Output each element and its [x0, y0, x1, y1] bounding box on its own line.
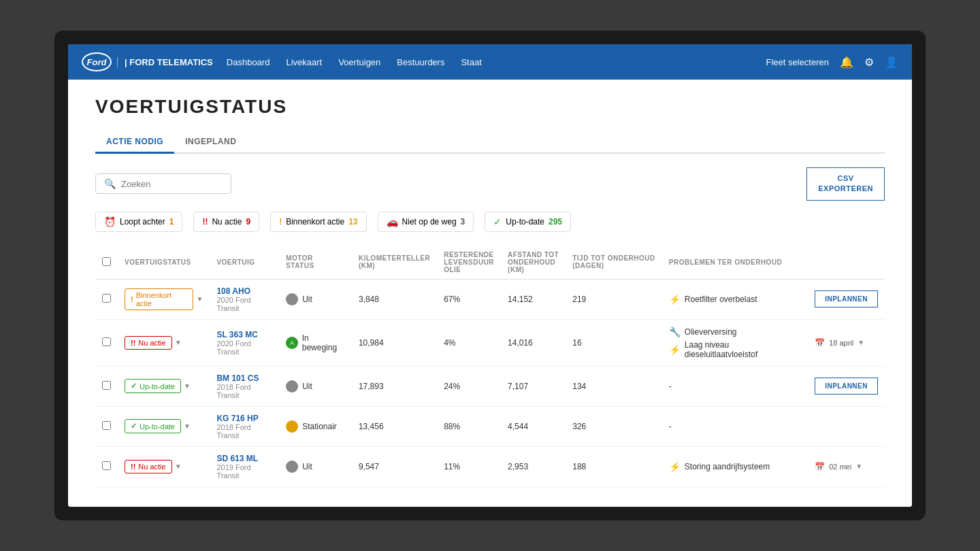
filter-badge-niet-op-weg[interactable]: 🚗 Niet op de weg 3 [378, 212, 474, 232]
problem-row: 🔧 Olieverversing [669, 327, 801, 337]
days-maintenance-value: 134 [566, 366, 662, 406]
vehicle-name[interactable]: 108 AHO [216, 286, 250, 296]
filter-badge-loopt-achter[interactable]: ⏰ Loopt achter 1 [95, 212, 182, 232]
nav-link-staat[interactable]: Staat [461, 57, 481, 67]
search-icon: 🔍 [104, 178, 116, 189]
row-checkbox-4[interactable] [102, 461, 111, 470]
dist-maintenance-value: 14,016 [501, 319, 566, 366]
status-dropdown-arrow[interactable]: ▼ [175, 339, 182, 346]
th-motorstatus: MOTORSTATUS [279, 246, 352, 280]
problem-row: ⚡ Laag niveau dieseluitlaatvloeistof [669, 340, 801, 359]
oil-life-value: 88% [437, 406, 501, 446]
motor-dot [286, 380, 298, 393]
vehicle-sub: 2018 Ford Transit [216, 383, 272, 399]
problem-text: Roetfilter overbelast [685, 295, 757, 304]
user-icon[interactable]: 👤 [885, 56, 898, 69]
motor-status-label: Stationair [302, 422, 337, 431]
th-tijd: TIJD TOT ONDERHOUD(DAGEN) [566, 246, 662, 280]
motor-status-label: In beweging [302, 333, 345, 352]
problems-cell: - [662, 406, 808, 446]
filter-label-binnenkort: Binnenkort actie [286, 217, 344, 227]
inplannen-button[interactable]: INPLANNEN [815, 378, 878, 395]
calendar-icon: 📅 [815, 338, 825, 348]
status-icon: ✓ [131, 382, 137, 390]
page-title: VOERTUIGSTATUS [95, 96, 885, 118]
oil-life-value: 24% [437, 366, 501, 406]
dist-maintenance-value: 2,953 [501, 446, 566, 486]
settings-icon[interactable]: ⚙ [864, 56, 874, 69]
vehicle-name[interactable]: SD 613 ML [216, 454, 258, 463]
filter-badge-nu-actie[interactable]: !! Nu actie 9 [193, 212, 259, 232]
tab-ingepland[interactable]: INGEPLAND [174, 131, 247, 154]
schedule-date: 18 april [829, 339, 853, 347]
problem-text: Laag niveau dieseluitlaatvloeistof [685, 340, 801, 359]
status-dropdown-arrow[interactable]: ▼ [196, 295, 203, 303]
oil-life-value: 4% [437, 319, 501, 366]
csv-export-button[interactable]: CSVEXPORTEREN [806, 167, 885, 201]
nav-link-voertuigen[interactable]: Voertuigen [338, 57, 380, 67]
th-km: KILOMETERTELLER(KM) [352, 246, 437, 280]
motor-dot: A [286, 337, 298, 349]
schedule-dropdown-arrow[interactable]: ▼ [858, 339, 864, 346]
vehicle-sub: 2020 Ford Transit [216, 339, 272, 356]
days-maintenance-value: 219 [566, 279, 662, 319]
motor-dot [286, 420, 298, 433]
motor-status: A In beweging [286, 333, 345, 352]
vehicle-name[interactable]: BM 101 CS [216, 373, 259, 383]
row-checkbox-0[interactable] [102, 294, 111, 303]
motor-status: Stationair [286, 420, 345, 433]
filter-count-binnenkort: 13 [348, 217, 357, 227]
status-badge: ! Binnenkort actie ▼ [125, 288, 203, 310]
search-input[interactable] [121, 179, 223, 189]
uptodate-icon: ✓ [493, 216, 502, 227]
motor-status-label: Uit [302, 462, 312, 471]
niet-op-weg-icon: 🚗 [387, 216, 398, 227]
status-icon: !! [131, 463, 135, 471]
toolbar: 🔍 CSVEXPORTEREN [95, 167, 885, 201]
filter-badge-binnenkort[interactable]: ! Binnenkort actie 13 [270, 212, 366, 232]
status-label: ✓ Up-to-date [125, 379, 181, 393]
status-dropdown-arrow[interactable]: ▼ [184, 422, 191, 430]
calendar-icon: 📅 [815, 462, 825, 471]
tab-actie-nodig[interactable]: ACTIE NODIG [95, 131, 174, 154]
motor-status: Uit [286, 461, 345, 473]
row-checkbox-2[interactable] [102, 381, 111, 390]
km-value: 10,984 [352, 319, 437, 366]
problem-icon: 🔧 [669, 327, 681, 337]
filter-label-niet-op-weg: Niet op de weg [402, 217, 457, 227]
filter-count-loopt-achter: 1 [169, 217, 174, 227]
select-all-checkbox[interactable] [102, 257, 111, 266]
nav-link-bestuurders[interactable]: Bestuurders [397, 57, 444, 67]
status-label: !! Nu actie [125, 460, 172, 473]
nav-link-dashboard[interactable]: Dashboard [227, 57, 270, 67]
status-badge: ✓ Up-to-date ▼ [125, 379, 203, 393]
status-dropdown-arrow[interactable]: ▼ [175, 463, 182, 470]
table-row: ✓ Up-to-date ▼ KG 716 HP 2018 Ford Trans… [95, 406, 885, 446]
vehicle-name[interactable]: SL 363 MC [216, 330, 257, 339]
filter-label-uptodate: Up-to-date [506, 217, 544, 227]
table-row: !! Nu actie ▼ SL 363 MC 2020 Ford Transi… [95, 319, 885, 366]
row-checkbox-1[interactable] [102, 337, 111, 346]
status-dropdown-arrow[interactable]: ▼ [184, 382, 191, 390]
row-checkbox-3[interactable] [102, 421, 111, 430]
filter-badge-uptodate[interactable]: ✓ Up-to-date 295 [485, 212, 571, 232]
oil-life-value: 67% [437, 279, 501, 319]
filter-count-uptodate: 295 [549, 217, 562, 227]
status-badge: !! Nu actie ▼ [125, 336, 203, 350]
status-label: !! Nu actie [125, 336, 172, 350]
th-voertuigstatus: VOERTUIGSTATUS [118, 246, 210, 280]
schedule-dropdown-arrow[interactable]: ▼ [855, 463, 862, 470]
status-icon: ! [131, 295, 133, 303]
loopt-achter-icon: ⏰ [104, 216, 116, 227]
nav-logo: Ford | FORD TELEMATICS [82, 52, 213, 71]
vehicle-name[interactable]: KG 716 HP [216, 414, 258, 423]
inplannen-button[interactable]: INPLANNEN [815, 290, 878, 307]
km-value: 3,848 [352, 279, 437, 319]
nav-links: Dashboard Livekaart Voertuigen Bestuurde… [227, 57, 766, 67]
problem-text: Olieverversing [685, 327, 737, 337]
notification-icon[interactable]: 🔔 [840, 56, 853, 69]
fleet-selector[interactable]: Fleet selecteren [766, 57, 830, 67]
status-icon: !! [131, 339, 135, 347]
nav-link-livekaart[interactable]: Livekaart [286, 57, 322, 67]
motor-status-label: Uit [302, 295, 312, 304]
